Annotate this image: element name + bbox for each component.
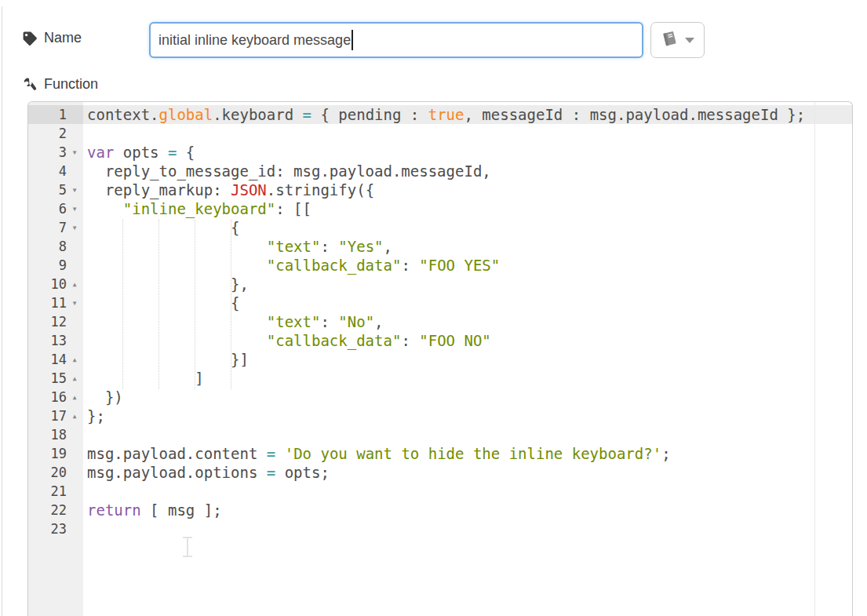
tag-icon: [22, 31, 38, 46]
gutter-line-number: 11▾: [28, 293, 83, 312]
fold-up-icon[interactable]: ▴: [68, 275, 81, 293]
fold-down-icon[interactable]: ▾: [68, 143, 81, 162]
library-button[interactable]: [650, 22, 705, 58]
code-line[interactable]: context.global.keyboard = { pending : tr…: [87, 105, 805, 124]
fold-up-icon[interactable]: ▴: [68, 388, 81, 406]
gutter-line-number: 3▾: [28, 143, 83, 162]
code-line[interactable]: reply_to_message_id: msg.payload.message…: [87, 162, 491, 180]
gutter-line-number: 13: [28, 331, 83, 350]
code-line[interactable]: "text": "No",: [87, 312, 384, 331]
dialog-edge-divider: [2, 6, 2, 616]
code-line[interactable]: "callback_data": "FOO NO": [87, 331, 491, 350]
gutter-line-number: 17▴: [28, 406, 83, 425]
book-icon: [661, 30, 679, 50]
line-number-gutter: 123▾45▾6▾7▾8910▴11▾121314▴15▴16▴17▴18192…: [28, 102, 83, 616]
wrench-icon: [22, 77, 38, 93]
gutter-line-number: 15▴: [28, 369, 83, 388]
code-line[interactable]: msg.payload.content = 'Do you want to hi…: [87, 444, 671, 463]
code-line[interactable]: {: [87, 218, 239, 237]
code-pane[interactable]: context.global.keyboard = { pending : tr…: [83, 102, 852, 616]
gutter-line-number: 23: [28, 519, 83, 538]
gutter-line-number: 7▾: [28, 218, 83, 237]
fold-up-icon[interactable]: ▴: [68, 369, 81, 388]
fold-down-icon[interactable]: ▾: [68, 199, 81, 218]
name-input[interactable]: initial inline keyboard message: [149, 22, 643, 58]
code-line[interactable]: ]: [87, 369, 204, 388]
code-line[interactable]: reply_markup: JSON.stringify({: [87, 180, 374, 199]
gutter-line-number: 12: [28, 312, 83, 331]
gutter-line-number: 10▴: [28, 275, 83, 293]
text-caret: [352, 30, 353, 50]
code-line[interactable]: msg.payload.options = opts;: [87, 463, 330, 482]
function-label-text: Function: [44, 76, 98, 93]
fold-up-icon[interactable]: ▴: [68, 350, 81, 369]
code-line[interactable]: }): [87, 388, 123, 406]
code-line[interactable]: };: [87, 406, 105, 425]
gutter-line-number: 20: [28, 463, 83, 482]
caret-down-icon: [685, 38, 694, 43]
gutter-line-number: 19: [28, 444, 83, 463]
code-line[interactable]: },: [87, 275, 249, 293]
gutter-line-number: 16▴: [28, 388, 83, 406]
fold-down-icon[interactable]: ▾: [68, 293, 81, 312]
gutter-line-number: 14▴: [28, 350, 83, 369]
fold-down-icon[interactable]: ▾: [68, 180, 81, 199]
code-line[interactable]: "inline_keyboard": [[: [87, 199, 311, 218]
function-code-editor[interactable]: context.global.keyboard = { pending : tr…: [27, 101, 853, 616]
gutter-line-number: 4: [28, 162, 83, 180]
gutter-line-number: 22: [28, 501, 83, 519]
function-label: Function: [22, 76, 98, 93]
gutter-line-number: 18: [28, 425, 83, 444]
fold-up-icon[interactable]: ▴: [68, 406, 81, 425]
code-line[interactable]: return [ msg ];: [87, 501, 222, 519]
gutter-line-number: 1: [28, 105, 83, 124]
function-node-edit-dialog: Name initial inline keyboard message Fu: [0, 0, 867, 616]
code-line[interactable]: {: [87, 293, 239, 312]
code-line[interactable]: "text": "Yes",: [87, 237, 392, 256]
gutter-line-number: 2: [28, 124, 83, 143]
fold-down-icon[interactable]: ▾: [68, 218, 81, 237]
code-line[interactable]: var opts = {: [87, 143, 195, 162]
gutter-line-number: 8: [28, 237, 83, 256]
print-margin-ruler: [814, 102, 815, 616]
code-line[interactable]: }]: [87, 350, 249, 369]
mouse-ibeam-cursor: [181, 536, 194, 558]
name-label: Name: [22, 30, 82, 46]
gutter-line-number: 6▾: [28, 199, 83, 218]
code-line[interactable]: "callback_data": "FOO YES": [87, 256, 500, 275]
name-input-value: initial inline keyboard message: [158, 32, 351, 49]
name-label-text: Name: [44, 30, 82, 46]
gutter-line-number: 21: [28, 482, 83, 501]
gutter-line-number: 5▾: [28, 180, 83, 199]
gutter-line-number: 9: [28, 256, 83, 275]
